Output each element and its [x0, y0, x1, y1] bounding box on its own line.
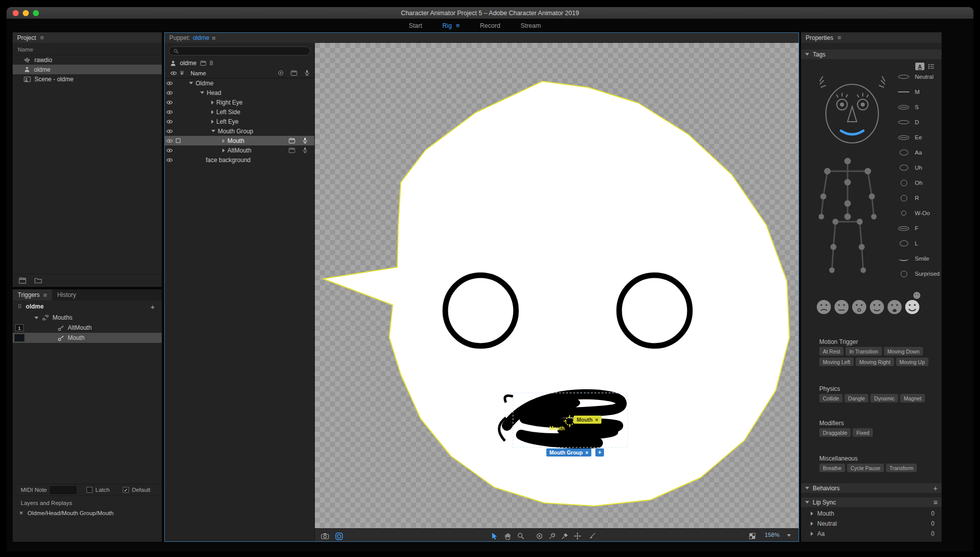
tag-chip-fixed[interactable]: Fixed: [853, 428, 873, 437]
lipsync-row-mouth[interactable]: Mouth 0: [801, 509, 942, 519]
viseme-d[interactable]: D: [897, 115, 938, 130]
zoom-tool-icon[interactable]: [517, 532, 525, 540]
puppet-root-row[interactable]: oldme 8: [165, 58, 314, 68]
caret-right-icon[interactable]: [211, 120, 214, 124]
tag-chip-in-transition[interactable]: In Transition: [846, 347, 881, 356]
layer-row-mouth[interactable]: Mouth: [165, 136, 314, 145]
caret-down-icon[interactable]: [200, 91, 204, 94]
caret-right-icon[interactable]: [222, 139, 225, 143]
close-window-button[interactable]: [13, 10, 19, 16]
workspace-menu-icon[interactable]: ≡: [456, 22, 460, 29]
eye-icon[interactable]: [166, 119, 173, 124]
lipsync-badge-icon[interactable]: [302, 137, 308, 144]
layer-row-face-background[interactable]: face background: [165, 155, 314, 165]
close-icon[interactable]: ×: [585, 449, 588, 455]
layer-row-left-eye[interactable]: Left Eye: [165, 117, 314, 126]
panel-menu-icon[interactable]: ≡: [212, 35, 216, 41]
tag-chip-transform[interactable]: Transform: [886, 464, 917, 472]
lipsync-row-aa[interactable]: Aa 0: [801, 529, 942, 539]
viseme-oh[interactable]: Oh: [897, 175, 938, 190]
tag-chip-collide[interactable]: Collide: [819, 394, 843, 402]
attach-handle-tool-icon[interactable]: [548, 532, 556, 540]
eye-icon[interactable]: [166, 148, 173, 153]
caret-right-icon[interactable]: [211, 100, 214, 105]
scene-badge-icon[interactable]: [289, 137, 295, 144]
add-tag-button[interactable]: +: [595, 448, 604, 457]
viseme-ee[interactable]: Ee: [897, 130, 938, 145]
tag-chip-moving-down[interactable]: Moving Down: [884, 347, 923, 356]
mouth-tag-chip[interactable]: Mouth ×: [574, 416, 601, 424]
tag-chip-moving-left[interactable]: Moving Left: [819, 358, 854, 366]
layer-row-mouth-group[interactable]: Mouth Group: [165, 126, 314, 136]
viseme-smile[interactable]: Smile: [897, 251, 938, 266]
tag-chip-cycle-pause[interactable]: Cycle Pause: [847, 464, 884, 472]
layer-row-right-eye[interactable]: Right Eye: [165, 97, 314, 107]
project-item-scene-oldme[interactable]: Scene - oldme: [13, 74, 162, 84]
tab-rig[interactable]: Rig ≡: [442, 22, 459, 29]
zoom-window-button[interactable]: [33, 10, 39, 16]
viseme-l[interactable]: L: [897, 236, 938, 251]
expression-tag-row[interactable]: [815, 292, 921, 318]
caret-down-icon[interactable]: [34, 317, 38, 319]
puppet-header-name[interactable]: oldme: [193, 34, 209, 41]
add-trigger-button[interactable]: +: [149, 302, 157, 311]
caret-right-icon[interactable]: [811, 522, 813, 526]
tab-triggers[interactable]: Triggers ≡: [13, 289, 52, 300]
drag-tool-icon[interactable]: [574, 532, 581, 540]
zoom-dropdown-icon[interactable]: [787, 534, 791, 537]
tab-stream[interactable]: Stream: [521, 22, 541, 29]
caret-right-icon[interactable]: [211, 110, 214, 114]
tag-chip-draggable[interactable]: Draggable: [819, 428, 851, 437]
panel-menu-icon[interactable]: ≡: [837, 34, 842, 41]
viseme-r[interactable]: R: [897, 190, 938, 206]
caret-right-icon[interactable]: [811, 512, 813, 516]
stick-tool-icon[interactable]: [588, 532, 596, 540]
midi-note-input[interactable]: [50, 486, 76, 494]
camera-view-icon[interactable]: [321, 532, 329, 540]
viseme-w-oo[interactable]: W-Oo: [897, 206, 938, 221]
canvas-view[interactable]: Mouth Mouth × Mouth Group × +: [315, 43, 799, 528]
tab-record[interactable]: Record: [480, 22, 500, 29]
body-tag-diagram[interactable]: [819, 156, 877, 277]
layer-row-head[interactable]: Head: [165, 88, 314, 97]
viseme-s[interactable]: S: [897, 99, 938, 115]
new-scene-icon[interactable]: [19, 277, 26, 284]
project-item-oldme[interactable]: oldme: [13, 65, 162, 74]
remove-icon[interactable]: ×: [19, 509, 23, 517]
search-input[interactable]: [181, 48, 306, 54]
eye-icon[interactable]: [166, 100, 173, 105]
rig-canvas[interactable]: Mouth Mouth × Mouth Group × +: [315, 43, 799, 541]
tab-start[interactable]: Start: [409, 22, 422, 29]
zoom-level[interactable]: 158%: [765, 532, 779, 538]
minimize-window-button[interactable]: [23, 10, 29, 16]
mouth-group-tag-chip[interactable]: Mouth Group ×: [546, 448, 591, 457]
layer-row-altmouth[interactable]: AltMouth: [165, 145, 314, 155]
layers-replays-item[interactable]: × Oldme/Head/Mouth Group/Mouth: [13, 508, 162, 518]
tag-chip-magnet[interactable]: Magnet: [900, 394, 925, 402]
tab-history[interactable]: History: [52, 289, 81, 300]
trigger-swatch[interactable]: [14, 334, 25, 342]
project-item-rawdio[interactable]: rawdio: [13, 55, 162, 65]
transparency-grid-icon[interactable]: [749, 532, 756, 540]
eye-icon[interactable]: [166, 138, 173, 143]
trigger-row-mouths[interactable]: Mouths: [13, 313, 162, 323]
eye-icon[interactable]: [166, 129, 173, 134]
pin-tool-icon[interactable]: [561, 532, 569, 540]
trigger-row-altmouth[interactable]: 1 AltMouth: [13, 323, 162, 333]
tag-chip-at-rest[interactable]: At Rest: [819, 347, 844, 356]
viseme-neutral[interactable]: Neutral: [897, 69, 938, 84]
layer-row-left-side[interactable]: Left Side: [165, 107, 314, 117]
caret-right-icon[interactable]: [811, 532, 813, 536]
tags-section-header[interactable]: Tags: [801, 49, 942, 59]
scene-badge-icon[interactable]: [289, 147, 295, 154]
panel-menu-icon[interactable]: ≡: [40, 34, 44, 41]
behaviors-section-header[interactable]: Behaviors +: [801, 483, 942, 493]
show-mesh-toggle-icon[interactable]: [335, 532, 343, 540]
origin-tool-icon[interactable]: [536, 532, 543, 540]
caret-down-icon[interactable]: [189, 82, 193, 84]
face-tag-diagram[interactable]: [816, 73, 889, 151]
new-folder-icon[interactable]: [34, 277, 42, 284]
tag-chip-dynamic[interactable]: Dynamic: [870, 394, 898, 402]
tag-chip-dangle[interactable]: Dangle: [845, 394, 868, 402]
default-checkbox[interactable]: ✓: [123, 487, 129, 493]
